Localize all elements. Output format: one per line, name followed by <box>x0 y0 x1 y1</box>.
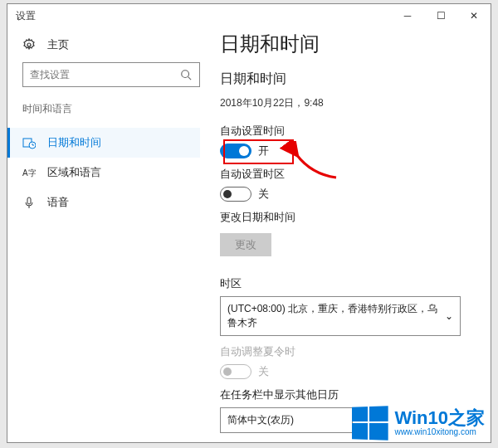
taskbar-calendar-dropdown[interactable]: 简体中文(农历) <box>220 407 353 433</box>
branding-text: Win10之家 www.win10xitong.com <box>394 409 485 437</box>
section-label: 时间和语言 <box>22 102 200 116</box>
search-input[interactable] <box>30 69 179 80</box>
window-controls: ─ ☐ ✕ <box>391 4 491 27</box>
home-link[interactable]: 主页 <box>22 37 200 52</box>
close-button[interactable]: ✕ <box>457 4 491 27</box>
change-datetime-label: 更改日期和时间 <box>220 210 474 225</box>
branding-name: Win10之家 <box>394 409 485 427</box>
dst-toggle <box>220 364 251 379</box>
dst-label: 自动调整夏令时 <box>220 344 474 359</box>
auto-time-label: 自动设置时间 <box>220 124 474 139</box>
settings-window: 设置 ─ ☐ ✕ 主页 时间和语言 <box>7 3 491 443</box>
dst-toggle-row: 关 <box>220 364 474 379</box>
minimize-button[interactable]: ─ <box>391 4 424 27</box>
sidebar-item-label: 日期和时间 <box>47 135 101 150</box>
svg-text:A字: A字 <box>22 168 36 178</box>
auto-tz-toggle-row: 关 <box>220 187 474 202</box>
section-title: 日期和时间 <box>220 71 474 88</box>
timezone-label: 时区 <box>220 276 474 291</box>
auto-tz-state: 关 <box>258 187 269 202</box>
change-button: 更改 <box>220 233 271 256</box>
main-panel: 日期和时间 日期和时间 2018年10月22日，9:48 自动设置时间 开 自动… <box>215 27 491 442</box>
sidebar-item-region[interactable]: A字 区域和语言 <box>7 158 200 187</box>
microphone-icon <box>22 196 36 209</box>
windows-logo-icon <box>352 406 388 441</box>
sidebar-item-datetime[interactable]: 日期和时间 <box>7 128 200 158</box>
dst-state: 关 <box>258 364 269 379</box>
branding-url: www.win10xitong.com <box>394 427 485 437</box>
svg-rect-5 <box>27 197 31 204</box>
timezone-value: (UTC+08:00) 北京，重庆，香港特别行政区，乌鲁木齐 <box>227 302 445 330</box>
clock-calendar-icon <box>22 136 36 149</box>
branding-watermark: Win10之家 www.win10xitong.com <box>351 407 485 440</box>
svg-point-0 <box>182 71 189 78</box>
chevron-down-icon: ⌄ <box>445 310 453 322</box>
sidebar-item-speech[interactable]: 语音 <box>7 187 200 217</box>
content-area: 主页 时间和语言 日期和时间 A字 区域和语言 <box>7 27 491 442</box>
sidebar: 主页 时间和语言 日期和时间 A字 区域和语言 <box>7 27 215 442</box>
gear-icon <box>22 38 36 51</box>
sidebar-item-label: 区域和语言 <box>47 165 101 180</box>
auto-tz-label: 自动设置时区 <box>220 167 474 182</box>
search-icon <box>179 68 193 81</box>
timezone-dropdown[interactable]: (UTC+08:00) 北京，重庆，香港特别行政区，乌鲁木齐 ⌄ <box>220 296 461 336</box>
home-label: 主页 <box>47 37 69 52</box>
auto-time-state: 开 <box>258 144 269 158</box>
svg-line-1 <box>188 77 192 80</box>
current-datetime: 2018年10月22日，9:48 <box>220 96 474 110</box>
titlebar: 设置 ─ ☐ ✕ <box>7 4 491 27</box>
language-icon: A字 <box>22 166 36 179</box>
auto-time-toggle-row: 开 <box>220 144 474 158</box>
search-box[interactable] <box>22 62 200 87</box>
taskbar-calendar-label: 在任务栏中显示其他日历 <box>220 387 474 402</box>
taskbar-calendar-value: 简体中文(农历) <box>227 413 294 427</box>
page-title: 日期和时间 <box>220 31 474 57</box>
window-title: 设置 <box>16 9 36 23</box>
maximize-button[interactable]: ☐ <box>424 4 457 27</box>
auto-time-toggle[interactable] <box>220 144 251 158</box>
auto-tz-toggle[interactable] <box>220 187 251 202</box>
sidebar-item-label: 语音 <box>47 195 69 210</box>
